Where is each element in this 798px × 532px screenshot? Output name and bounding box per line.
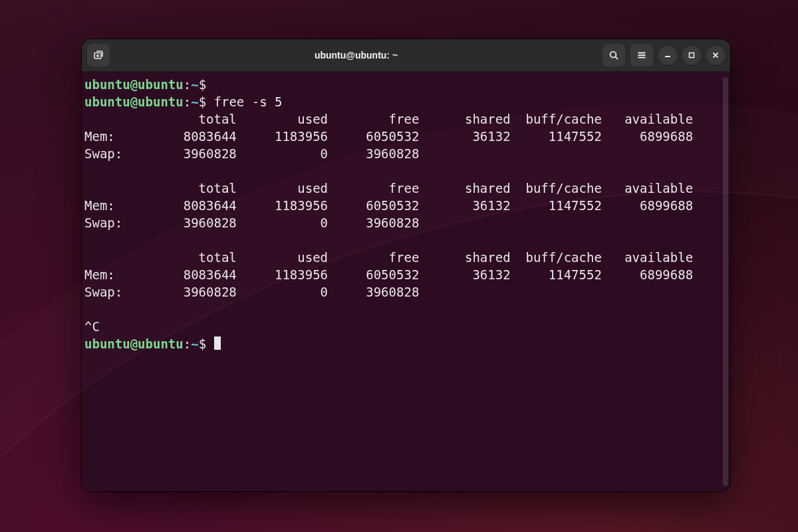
prompt-cwd: ~ bbox=[191, 77, 198, 92]
search-icon bbox=[608, 50, 619, 61]
close-button[interactable] bbox=[706, 46, 725, 65]
hamburger-menu-button[interactable] bbox=[630, 44, 653, 66]
minimize-icon bbox=[664, 51, 672, 59]
close-icon bbox=[712, 51, 720, 59]
minimize-button[interactable] bbox=[658, 46, 677, 65]
cmd-free: free -s 5 bbox=[214, 94, 283, 109]
window-title: ubuntu@ubuntu: ~ bbox=[110, 50, 602, 61]
free-mem-row: Mem: 8083644 1183956 6050532 36132 11475… bbox=[84, 129, 693, 144]
new-tab-icon bbox=[92, 49, 104, 61]
desktop-wallpaper: ubuntu@ubuntu: ~ bbox=[0, 0, 798, 532]
svg-rect-2 bbox=[690, 53, 694, 58]
free-header: total used free shared buff/cache availa… bbox=[84, 112, 693, 126]
scrollbar[interactable] bbox=[723, 77, 728, 486]
free-swap-row: Swap: 3960828 0 3960828 bbox=[84, 146, 419, 161]
maximize-button[interactable] bbox=[682, 46, 701, 65]
svg-point-1 bbox=[610, 52, 616, 58]
terminal-output: ubuntu@ubuntu:~$ ubuntu@ubuntu:~$ free -… bbox=[84, 76, 728, 352]
prompt-user: ubuntu@ubuntu bbox=[84, 77, 184, 92]
terminal-body[interactable]: ubuntu@ubuntu:~$ ubuntu@ubuntu:~$ free -… bbox=[82, 72, 730, 491]
titlebar: ubuntu@ubuntu: ~ bbox=[82, 39, 730, 72]
maximize-icon bbox=[688, 51, 696, 59]
cursor bbox=[214, 336, 221, 350]
new-tab-button[interactable] bbox=[87, 44, 110, 66]
hamburger-icon bbox=[636, 50, 647, 61]
search-button[interactable] bbox=[602, 44, 625, 66]
interrupt: ^C bbox=[84, 319, 100, 334]
terminal-window: ubuntu@ubuntu: ~ bbox=[82, 39, 730, 491]
